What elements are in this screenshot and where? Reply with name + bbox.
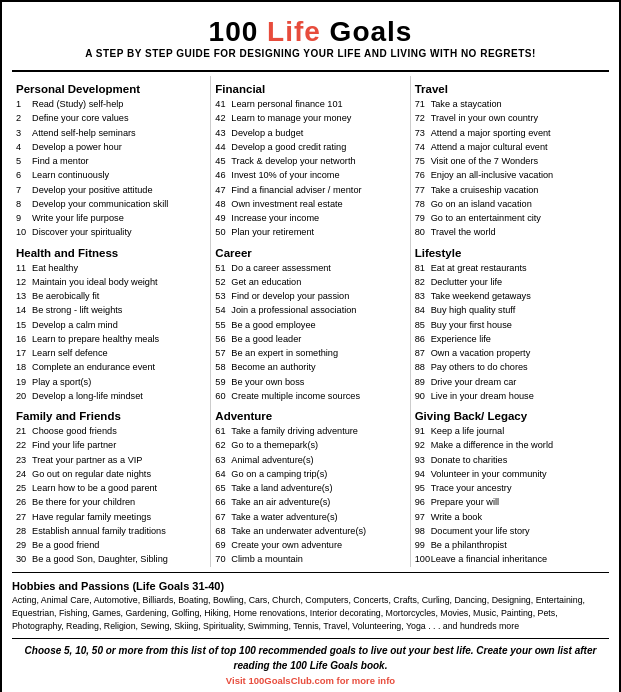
list-item: 18Complete an endurance event — [16, 360, 206, 374]
title-life: Life — [267, 16, 321, 47]
list-item: 74Attend a major cultural event — [415, 140, 605, 154]
list-item: 67Take a water adventure(s) — [215, 510, 405, 524]
list-item: 43Develop a budget — [215, 126, 405, 140]
section-adventure: Adventure — [215, 410, 405, 422]
main-title: 100 Life Goals — [12, 16, 609, 48]
list-item: 47Find a financial adviser / mentor — [215, 183, 405, 197]
footer-link[interactable]: Visit 100GoalsClub.com for more info — [12, 675, 609, 686]
list-item: 77Take a cruiseship vacation — [415, 183, 605, 197]
list-item: 1Read (Study) self-help — [16, 97, 206, 111]
list-item: 86Experience life — [415, 332, 605, 346]
goals-columns: Personal Development 1Read (Study) self-… — [12, 76, 609, 567]
travel-list: 71Take a staycation 72Travel in your own… — [415, 97, 605, 240]
header: 100 Life Goals A STEP BY STEP GUIDE FOR … — [12, 10, 609, 67]
list-item: 9Write your life purpose — [16, 211, 206, 225]
list-item: 71Take a staycation — [415, 97, 605, 111]
lifestyle-list: 81Eat at great restaurants 82Declutter y… — [415, 261, 605, 404]
list-item: 58Become an authority — [215, 360, 405, 374]
list-item: 91Keep a life journal — [415, 424, 605, 438]
list-item: 90Live in your dream house — [415, 389, 605, 403]
list-item: 41Learn personal finance 101 — [215, 97, 405, 111]
list-item: 97Write a book — [415, 510, 605, 524]
list-item: 21Choose good friends — [16, 424, 206, 438]
list-item: 28Establish annual family traditions — [16, 524, 206, 538]
section-career: Career — [215, 247, 405, 259]
list-item: 23Treat your partner as a VIP — [16, 453, 206, 467]
list-item: 59Be your own boss — [215, 375, 405, 389]
list-item: 6Learn continuously — [16, 168, 206, 182]
subtitle: A STEP BY STEP GUIDE FOR DESIGNING YOUR … — [12, 48, 609, 59]
list-item: 69Create your own adventure — [215, 538, 405, 552]
main-container: 100 Life Goals A STEP BY STEP GUIDE FOR … — [0, 0, 621, 692]
career-list: 51Do a career assessment 52Get an educat… — [215, 261, 405, 404]
list-item: 87Own a vacation property — [415, 346, 605, 360]
hobbies-text: Acting, Animal Care, Automotive, Billiar… — [12, 594, 609, 634]
health-fitness-list: 11Eat healthy 12Maintain you ideal body … — [16, 261, 206, 404]
list-item: 60Create multiple income sources — [215, 389, 405, 403]
section-lifestyle: Lifestyle — [415, 247, 605, 259]
list-item: 96Prepare your will — [415, 495, 605, 509]
list-item: 98Document your life story — [415, 524, 605, 538]
list-item: 24Go out on regular date nights — [16, 467, 206, 481]
section-travel: Travel — [415, 83, 605, 95]
list-item: 15Develop a calm mind — [16, 318, 206, 332]
family-friends-list: 21Choose good friends 22Find your life p… — [16, 424, 206, 567]
list-item: 55Be a good employee — [215, 318, 405, 332]
list-item: 53Find or develop your passion — [215, 289, 405, 303]
list-item: 79Go to an entertainment city — [415, 211, 605, 225]
list-item: 52Get an education — [215, 275, 405, 289]
list-item: 84Buy high quality stuff — [415, 303, 605, 317]
list-item: 45Track & develop your networth — [215, 154, 405, 168]
list-item: 42Learn to manage your money — [215, 111, 405, 125]
list-item: 76Enjoy an all-inclusive vacation — [415, 168, 605, 182]
list-item: 89Drive your dream car — [415, 375, 605, 389]
list-item: 66Take an air adventure(s) — [215, 495, 405, 509]
list-item: 10Discover your spirituality — [16, 225, 206, 239]
list-item: 17Learn self defence — [16, 346, 206, 360]
list-item: 50Plan your retirement — [215, 225, 405, 239]
list-item: 73Attend a major sporting event — [415, 126, 605, 140]
financial-list: 41Learn personal finance 101 42Learn to … — [215, 97, 405, 240]
list-item: 95Trace your ancestry — [415, 481, 605, 495]
list-item: 29Be a good friend — [16, 538, 206, 552]
section-health-fitness: Health and Fitness — [16, 247, 206, 259]
list-item: 65Take a land adventure(s) — [215, 481, 405, 495]
footer-main-text: Choose 5, 10, 50 or more from this list … — [12, 643, 609, 673]
section-personal-development: Personal Development — [16, 83, 206, 95]
list-item: 57Be an expert in something — [215, 346, 405, 360]
title-goals: Goals — [321, 16, 413, 47]
list-item: 16Learn to prepare healthy meals — [16, 332, 206, 346]
list-item: 8Develop your communication skill — [16, 197, 206, 211]
list-item: 83Take weekend getaways — [415, 289, 605, 303]
footer-section: Choose 5, 10, 50 or more from this list … — [12, 638, 609, 686]
list-item: 12Maintain you ideal body weight — [16, 275, 206, 289]
list-item: 61Take a family driving adventure — [215, 424, 405, 438]
list-item: 51Do a career assessment — [215, 261, 405, 275]
list-item: 92Make a difference in the world — [415, 438, 605, 452]
list-item: 27Have regular family meetings — [16, 510, 206, 524]
list-item: 78Go on an island vacation — [415, 197, 605, 211]
list-item: 54Join a professional association — [215, 303, 405, 317]
list-item: 72Travel in your own country — [415, 111, 605, 125]
list-item: 25Learn how to be a good parent — [16, 481, 206, 495]
list-item: 2Define your core values — [16, 111, 206, 125]
list-item: 88Pay others to do chores — [415, 360, 605, 374]
column-2: Financial 41Learn personal finance 101 4… — [211, 76, 410, 567]
list-item: 94Volunteer in your community — [415, 467, 605, 481]
list-item: 62Go to a themepark(s) — [215, 438, 405, 452]
section-financial: Financial — [215, 83, 405, 95]
list-item: 93Donate to charities — [415, 453, 605, 467]
list-item: 46Invest 10% of your income — [215, 168, 405, 182]
list-item: 19Play a sport(s) — [16, 375, 206, 389]
list-item: 56Be a good leader — [215, 332, 405, 346]
title-100: 100 — [209, 16, 268, 47]
list-item: 99Be a philanthropist — [415, 538, 605, 552]
list-item: 70Climb a mountain — [215, 552, 405, 566]
hobbies-section: Hobbies and Passions (Life Goals 31-40) … — [12, 572, 609, 634]
column-3: Travel 71Take a staycation 72Travel in y… — [411, 76, 609, 567]
list-item: 64Go on a camping trip(s) — [215, 467, 405, 481]
personal-development-list: 1Read (Study) self-help 2Define your cor… — [16, 97, 206, 240]
list-item: 22Find your life partner — [16, 438, 206, 452]
list-item: 85Buy your first house — [415, 318, 605, 332]
list-item: 48Own investment real estate — [215, 197, 405, 211]
